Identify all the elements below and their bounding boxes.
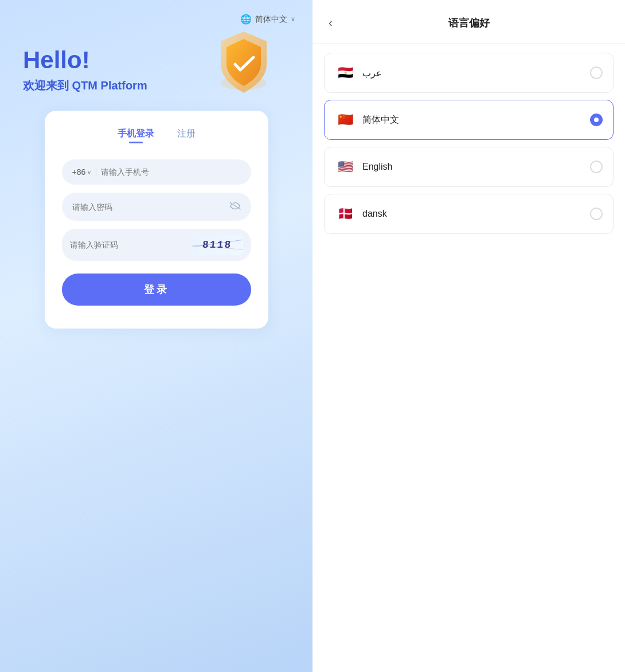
lang-item-left-danish: 🇩🇰 dansk: [335, 204, 387, 224]
back-button[interactable]: ‹: [324, 14, 337, 32]
flag-english: 🇺🇸: [335, 157, 356, 177]
shield-decoration: [204, 23, 284, 103]
phone-input-wrapper: +86 ∨: [62, 159, 251, 185]
lang-name-arabic: عرب: [362, 68, 382, 79]
language-item-arabic[interactable]: 🇪🇬 عرب: [324, 53, 614, 93]
captcha-text: 8118: [202, 239, 232, 251]
tab-register[interactable]: 注册: [177, 128, 196, 143]
captcha-input-wrapper: 8118: [62, 229, 251, 261]
language-preference-panel: ‹ 语言偏好 🇪🇬 عرب 🇨🇳 简体中文 🇺🇸: [312, 0, 625, 672]
eye-icon[interactable]: [229, 201, 241, 213]
language-item-danish[interactable]: 🇩🇰 dansk: [324, 194, 614, 234]
flag-danish: 🇩🇰: [335, 204, 356, 224]
login-button[interactable]: 登录: [62, 274, 251, 306]
tab-phone-login[interactable]: 手机登录: [118, 128, 154, 143]
lang-name-chinese: 简体中文: [362, 114, 399, 126]
radio-english[interactable]: [590, 161, 603, 173]
lang-name-english: English: [362, 162, 392, 172]
captcha-image[interactable]: 8118: [192, 235, 243, 255]
panel-title: 语言偏好: [448, 16, 490, 30]
prefix-chevron: ∨: [87, 169, 91, 175]
language-item-chinese[interactable]: 🇨🇳 简体中文: [324, 100, 614, 140]
phone-prefix[interactable]: +86 ∨: [72, 167, 97, 177]
language-list: 🇪🇬 عرب 🇨🇳 简体中文 🇺🇸 English: [312, 44, 625, 243]
lang-name-danish: dansk: [362, 209, 387, 219]
login-card: 手机登录 注册 +86 ∨: [45, 111, 268, 329]
radio-chinese[interactable]: [590, 114, 603, 126]
lang-item-left-english: 🇺🇸 English: [335, 157, 392, 177]
radio-arabic[interactable]: [590, 67, 603, 79]
flag-chinese: 🇨🇳: [335, 110, 356, 130]
login-tabs: 手机登录 注册: [62, 128, 251, 143]
password-input[interactable]: [72, 202, 225, 212]
flag-arabic: 🇪🇬: [335, 62, 356, 83]
radio-inner-chinese: [594, 118, 599, 122]
phone-input[interactable]: [101, 167, 240, 177]
lang-item-left-arabic: 🇪🇬 عرب: [335, 62, 382, 83]
language-item-english[interactable]: 🇺🇸 English: [324, 147, 614, 187]
password-input-wrapper: [62, 193, 251, 221]
captcha-input[interactable]: [70, 240, 187, 249]
lang-item-left-chinese: 🇨🇳 简体中文: [335, 110, 399, 130]
hero-section: Hello! 欢迎来到 QTM Platform: [17, 0, 295, 93]
radio-danish[interactable]: [590, 208, 603, 220]
input-group: +86 ∨: [62, 159, 251, 261]
login-panel: 🌐 简体中文 ∨ Hello! 欢迎来到 QTM Platform: [0, 0, 312, 672]
lang-panel-header: ‹ 语言偏好: [312, 0, 625, 44]
